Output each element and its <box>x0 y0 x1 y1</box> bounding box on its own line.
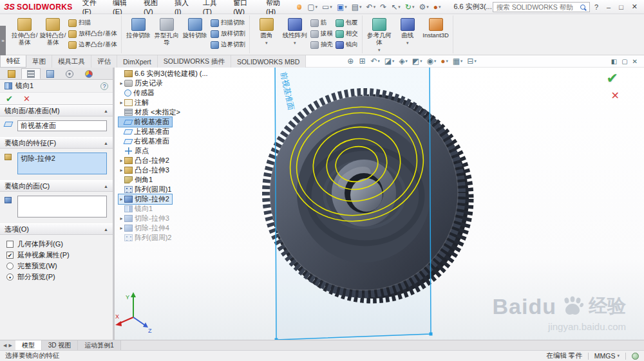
close-button[interactable]: ✕ <box>628 1 641 12</box>
tree-item-boss-extrude2[interactable]: ▸ 凸台-拉伸2 <box>118 156 172 165</box>
ribbon-wrap-button[interactable]: 包覆 <box>334 19 359 27</box>
tab-property-manager[interactable] <box>21 68 41 79</box>
tab-dimxpert-manager[interactable] <box>60 68 79 79</box>
options-button[interactable]: ⚙ ▾ <box>417 1 430 13</box>
ribbon-draft-button[interactable]: 拔模 <box>309 30 334 38</box>
viewport-cancel-button[interactable]: ✕ <box>611 89 620 102</box>
tree-item-cut-extrude4[interactable]: ▸ 切除-拉伸4 <box>118 223 172 233</box>
group-header-faces-to-mirror[interactable]: 要镜向的面(C) ▲ <box>0 180 113 192</box>
tabs-scroll-right-icon[interactable]: ▶ <box>8 343 12 348</box>
tree-item-circular-pattern1[interactable]: 阵列(圆周)1 <box>118 185 174 194</box>
appearance-button[interactable]: ● ▾ <box>431 1 443 13</box>
section-view-icon[interactable]: ◪▾ <box>384 57 395 66</box>
group-header-features-to-mirror[interactable]: 要镜向的特征(F) ▲ <box>0 137 113 149</box>
save-button[interactable]: ▣ ▾ <box>335 1 349 13</box>
option-geometry-pattern[interactable]: 几何体阵列(G) <box>6 239 107 250</box>
ribbon-extruded-cut-button[interactable]: 拉伸切除 <box>124 15 153 53</box>
features-to-mirror-list[interactable]: 切除-拉伸2 <box>17 153 107 174</box>
ribbon-reference-geometry-button[interactable]: 参考几何体 ▾ <box>365 15 393 53</box>
help-search-input[interactable] <box>497 3 578 11</box>
ribbon-lofted-cut-button[interactable]: 放样切割 <box>209 30 247 38</box>
ribbon-mirror-button[interactable]: 镜向 <box>334 41 359 49</box>
tab-model[interactable]: 模型 <box>15 340 42 350</box>
tab-display-manager[interactable] <box>79 68 99 79</box>
ribbon-shell-button[interactable]: 抽壳 <box>309 41 334 49</box>
tabs-scroll-left-icon[interactable]: ◀ <box>3 343 6 348</box>
ribbon-extrude-boss-button[interactable]: 拉伸凸台/基体 <box>10 15 39 53</box>
cancel-button[interactable]: ✕ <box>23 94 30 104</box>
chevron-down-icon[interactable]: ▾ <box>617 353 620 358</box>
display-style-icon[interactable]: ◩▾ <box>412 57 422 66</box>
checkbox-checked-icon[interactable]: ✔ <box>6 252 14 259</box>
tab-configuration-manager[interactable] <box>41 68 60 79</box>
tree-item-history[interactable]: ▸ 历史记录 <box>118 79 166 88</box>
tree-item-top-plane[interactable]: 上视基准面 <box>118 127 172 136</box>
tree-item-material[interactable]: 材质 <未指定> <box>118 107 183 117</box>
viewport-ok-button[interactable]: ✔ <box>607 70 618 87</box>
help-button[interactable]: ? <box>591 2 602 12</box>
mirror-plane-field[interactable]: 前视基准面 <box>17 120 107 131</box>
faces-to-mirror-list[interactable] <box>17 196 107 218</box>
search-icon[interactable] <box>580 5 585 10</box>
tree-item-boss-extrude3[interactable]: ▸ 凸台-拉伸3 <box>118 165 172 175</box>
tab-evaluate[interactable]: 评估 <box>91 55 117 68</box>
tree-item-right-plane[interactable]: 右视基准面 <box>118 136 172 146</box>
view-settings-icon[interactable]: ⊟▾ <box>467 57 476 66</box>
tree-item-chamfer1[interactable]: 倒角1 <box>118 175 155 185</box>
minimize-button[interactable]: – <box>603 2 614 12</box>
ribbon-rib-button[interactable]: 筋 <box>309 19 334 27</box>
tab-solidworks-mbd[interactable]: SOLIDWORKS MBD <box>231 55 306 68</box>
ribbon-fillet-button[interactable]: 圆角 ▾ <box>252 15 281 53</box>
pane-window-icon[interactable]: ▢ <box>620 58 629 65</box>
option-propagate-visual-properties[interactable]: ✔ 延伸视象属性(P) <box>6 250 107 261</box>
help-search-box[interactable] <box>493 2 590 12</box>
restore-button[interactable]: □ <box>615 2 627 12</box>
apply-scene-icon[interactable]: ▦▾ <box>453 57 463 66</box>
ribbon-sweep-button[interactable]: 扫描 <box>67 19 118 27</box>
new-document-button[interactable]: ▢ ▾ <box>305 1 319 13</box>
tab-sketch[interactable]: 草图 <box>26 55 52 68</box>
tree-item-cut-extrude2[interactable]: ▸ 切除-拉伸2 <box>118 194 172 204</box>
ribbon-hole-wizard-button[interactable]: 异型孔向导 <box>153 15 181 53</box>
tree-item-circular-pattern2[interactable]: 阵列(圆周)2 <box>118 233 174 243</box>
ribbon-revolved-cut-button[interactable]: 旋转切除 <box>181 15 209 53</box>
pane-split-icon[interactable]: ◧ <box>610 58 618 65</box>
checkbox-icon[interactable] <box>6 241 14 248</box>
tab-3d-views[interactable]: 3D 视图 <box>42 340 79 350</box>
print-button[interactable]: ▤ ▾ <box>350 1 364 13</box>
graphics-area[interactable]: 前视基准面 Y X Z 6.6 实例3(齿轮建模) (... <box>115 68 644 340</box>
option-partial-preview[interactable]: ● 部分预览(P) <box>6 272 107 282</box>
ribbon-swept-cut-button[interactable]: 扫描切除 <box>209 19 247 27</box>
ribbon-intersect-button[interactable]: 相交 <box>334 30 359 38</box>
ribbon-linear-pattern-button[interactable]: 线性阵列 ▾ <box>281 15 309 53</box>
units-selector[interactable]: MMGS <box>594 352 616 360</box>
tree-item-annotations[interactable]: ▸ 注解 <box>118 98 151 107</box>
ok-button[interactable]: ✔ <box>6 94 13 104</box>
hide-show-items-icon[interactable]: ◉▾ <box>426 57 436 66</box>
ribbon-boundary-cut-button[interactable]: 边界切割 <box>209 41 247 49</box>
redo-button[interactable]: ↷ <box>378 1 388 13</box>
open-document-button[interactable]: ▭ ▾ <box>320 1 334 13</box>
zoom-fit-icon[interactable]: ⊕ <box>347 57 354 66</box>
tree-item-sensors[interactable]: 传感器 <box>118 88 157 98</box>
ribbon-curves-button[interactable]: 曲线 ▾ <box>393 15 422 53</box>
plane-corner-handle[interactable] <box>430 333 433 336</box>
tree-item-root[interactable]: 6.6 实例3(齿轮建模) (... <box>118 69 211 79</box>
tab-motion-study1[interactable]: 运动算例1 <box>78 340 121 350</box>
ribbon-revolve-boss-button[interactable]: 旋转凸台/基体 <box>39 15 67 53</box>
tree-item-cut-extrude3[interactable]: ▸ 切除-拉伸3 <box>118 214 172 223</box>
edit-appearance-icon[interactable]: ●▾ <box>440 57 448 66</box>
group-header-options[interactable]: 选项(O) ▲ <box>0 223 113 235</box>
radio-selected-icon[interactable]: ● <box>6 273 14 281</box>
menu-pin-icon[interactable] <box>297 5 302 10</box>
radio-icon[interactable] <box>6 263 14 270</box>
ribbon-instant3d-button[interactable]: Instant3D <box>422 15 450 53</box>
zoom-area-icon[interactable]: ⊞ <box>359 57 366 66</box>
status-globe-icon[interactable] <box>632 353 639 360</box>
previous-view-icon[interactable]: ↶▾ <box>370 57 379 66</box>
rebuild-button[interactable]: ↻ ▾ <box>403 1 417 13</box>
tab-solidworks-addins[interactable]: SOLIDWORKS 插件 <box>158 55 231 68</box>
option-full-preview[interactable]: 完整预览(W) <box>6 261 107 272</box>
undo-button[interactable]: ↶ ▾ <box>365 1 378 13</box>
select-button[interactable]: ↖ ▾ <box>389 1 402 13</box>
